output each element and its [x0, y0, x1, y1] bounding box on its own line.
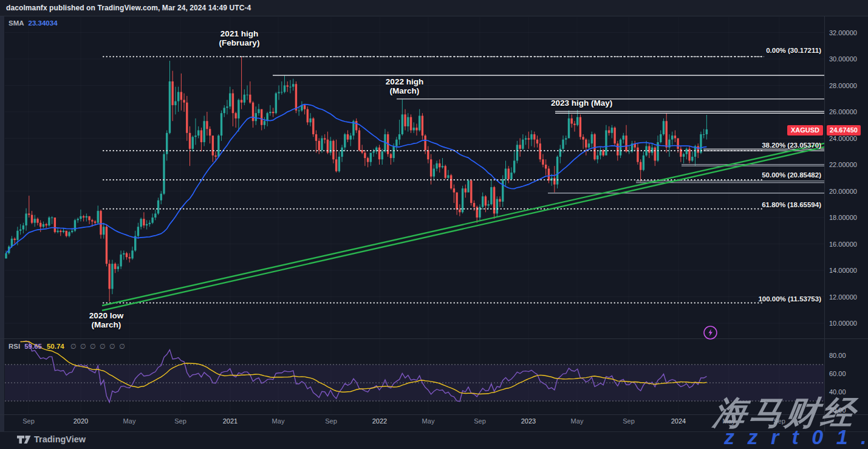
pane-separator[interactable] [0, 338, 868, 339]
rsi-input-empty-icon: ∅ [109, 342, 115, 351]
publish-info-text: dacolmanfx published on TradingView.com,… [6, 4, 251, 12]
time-tick-label: 2021 [213, 417, 247, 425]
last-price-text: 24.67450 [830, 126, 858, 134]
tradingview-logo-text[interactable]: TradingView [34, 434, 86, 444]
time-tick-label: Sep [163, 417, 197, 425]
annotation-text: (March) [92, 320, 121, 329]
publish-header: dacolmanfx published on TradingView.com,… [0, 0, 868, 16]
annotation-text: 2023 high (May) [551, 98, 612, 108]
rsi-input-empty-icon: ∅ [119, 342, 125, 351]
time-tick-label: May [261, 417, 295, 425]
rsi-hidden-inputs: ∅∅∅∅∅∅ [70, 343, 129, 350]
price-axis-border [824, 16, 825, 431]
fib-level-label[interactable]: 38.20% (23.05370) [762, 142, 821, 149]
annotation-text: 2020 low [89, 311, 123, 320]
price-tick-label: 10.00000 [829, 320, 857, 327]
rsi-legend[interactable]: RSI59.6550.74∅∅∅∅∅∅ [9, 342, 129, 351]
annotation-2022-high[interactable]: 2022 high (March) [371, 78, 439, 95]
candlestick-chart-canvas[interactable] [0, 0, 868, 449]
annotation-2020-low[interactable]: 2020 low (March) [72, 312, 140, 329]
price-tick-label: 26.00000 [829, 108, 857, 115]
annotation-2021-high[interactable]: 2021 high (February) [205, 30, 273, 47]
rsi-ma-legend-value: 50.74 [47, 343, 64, 350]
url-watermark: z z r t 0 1 . c n [724, 425, 868, 449]
tradingview-logo-icon[interactable] [16, 435, 32, 444]
annotation-text: (March) [390, 86, 420, 95]
rsi-input-empty-icon: ∅ [90, 342, 96, 351]
time-tick-label: Sep [612, 417, 646, 425]
symbol-price-label: XAGUSD [787, 125, 823, 135]
price-tick-label: 28.00000 [829, 82, 857, 89]
last-price-axis-label: 24.67450 [827, 125, 861, 135]
time-tick-label: Sep [463, 417, 497, 425]
price-tick-label: 18.00000 [829, 214, 857, 221]
price-tick-label: 22.00000 [829, 161, 857, 168]
time-tick-label: 2023 [511, 417, 545, 425]
fib-level-label[interactable]: 100.00% (11.53753) [758, 295, 821, 303]
sma-legend-value: 23.34034 [29, 19, 58, 27]
fib-level-label[interactable]: 61.80% (18.65594) [762, 201, 821, 208]
rsi-tick-label: 60.00 [829, 370, 846, 377]
fib-level-label[interactable]: 50.00% (20.85482) [762, 171, 821, 179]
price-tick-label: 32.00000 [829, 29, 857, 36]
rsi-input-empty-icon: ∅ [80, 342, 86, 351]
rsi-legend-value: 59.65 [24, 343, 42, 350]
annotation-text: 2022 high [386, 77, 423, 86]
rsi-input-empty-icon: ∅ [100, 342, 106, 351]
time-tick-label: 2020 [64, 417, 98, 425]
time-tick-label: May [411, 417, 445, 425]
annotation-2023-high[interactable]: 2023 high (May) [551, 99, 612, 108]
annotation-text: (February) [219, 38, 260, 47]
time-tick-label: May [560, 417, 594, 425]
annotation-text: 2021 high [220, 29, 258, 38]
time-tick-label: Sep [12, 417, 46, 425]
rsi-input-empty-icon: ∅ [70, 342, 77, 351]
published-chart-page: dacolmanfx published on TradingView.com,… [0, 0, 868, 449]
price-tick-label: 16.00000 [829, 241, 857, 248]
time-tick-label: 2024 [661, 417, 695, 425]
left-border-strip [0, 16, 4, 449]
time-tick-label: Sep [314, 417, 348, 425]
sma-legend[interactable]: SMA23.34034 [9, 19, 58, 27]
rsi-tick-label: 80.00 [829, 352, 846, 359]
sma-legend-title: SMA [9, 19, 24, 27]
price-tick-label: 24.00000 [829, 135, 857, 142]
price-tick-label: 30.00000 [829, 55, 857, 63]
symbol-label-text: XAGUSD [791, 126, 819, 134]
time-tick-label: May [112, 417, 146, 425]
price-tick-label: 12.00000 [829, 293, 857, 301]
time-tick-label: 2022 [363, 417, 397, 425]
price-tick-label: 14.00000 [829, 267, 857, 274]
price-tick-label: 20.00000 [829, 188, 857, 195]
fib-level-label[interactable]: 0.00% (30.17211) [766, 47, 821, 54]
rsi-legend-title: RSI [9, 343, 20, 350]
lightning-boost-icon[interactable] [702, 324, 719, 341]
